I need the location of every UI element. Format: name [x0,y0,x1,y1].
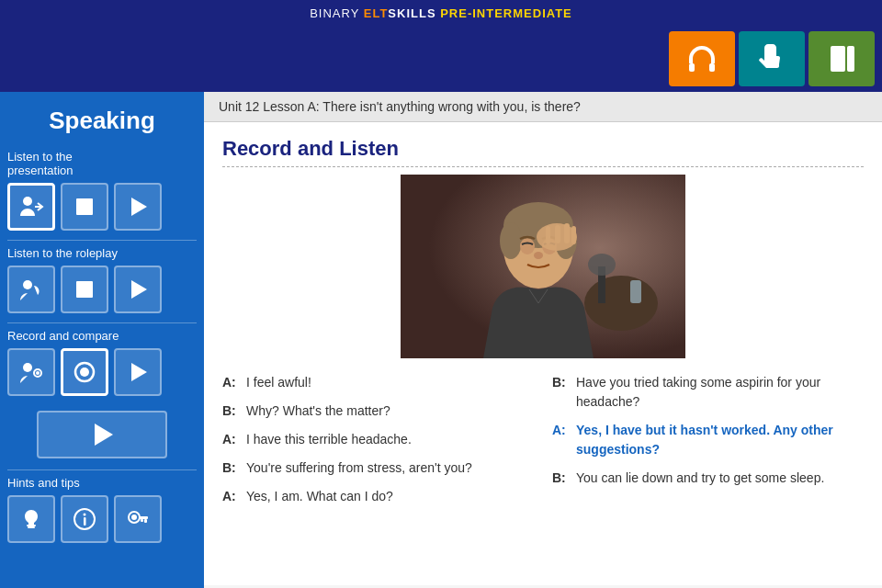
svg-point-32 [584,276,658,331]
speaker-RA1: A: [552,421,572,440]
svg-point-38 [500,222,522,259]
dialog-line-R1: B: Have you tried taking some aspirin fo… [552,373,864,412]
svg-point-6 [23,197,32,206]
play-button-3[interactable] [114,348,162,396]
speaker-RB2: B: [552,469,572,488]
stop-button-2[interactable] [61,266,108,313]
speaker-RB1: B: [552,373,572,392]
section-1-icons [7,183,197,231]
dialog-right: B: Have you tried taking some aspirin fo… [552,373,864,515]
image-container [222,175,864,358]
main-layout: Speaking Listen to thepresentation [0,92,882,588]
text-RA1: Yes, I have but it hasn't worked. Any ot… [576,421,864,459]
headphones-button[interactable] [669,31,735,86]
divider-2 [7,322,197,323]
text-B1: Why? What's the matter? [246,401,390,421]
record-circle-button[interactable] [61,348,108,396]
sidebar: Speaking Listen to thepresentation [0,92,204,588]
speaker-A1: A: [222,373,243,392]
svg-rect-3 [847,46,854,72]
section-2-icons [7,266,197,313]
hints-label: Hints and tips [7,476,197,490]
hints-icons [7,495,197,543]
svg-point-13 [23,363,32,372]
section-label-3: Record and compare [7,329,197,343]
speaker-A2: A: [222,430,243,449]
lightbulb-button[interactable] [7,495,55,543]
svg-rect-47 [546,226,550,244]
svg-rect-8 [76,198,93,215]
text-RB1: Have you tried taking some aspirin for y… [576,373,864,412]
book-button[interactable] [808,31,875,86]
play-button-1[interactable] [114,183,162,231]
section-label-2: Listen to the roleplay [7,246,197,260]
header [0,26,882,92]
svg-marker-12 [131,280,147,299]
svg-rect-28 [144,519,147,523]
stop-button-1[interactable] [61,183,108,231]
top-bar: BINARY ELTSKILLS PRE-INTERMEDIATE [0,0,882,26]
record-person-button[interactable] [7,348,55,396]
divider-1 [7,240,197,241]
touch-button[interactable] [739,31,805,86]
divider-3 [7,469,197,470]
app-title: BINARY ELTSKILLS PRE-INTERMEDIATE [310,6,572,20]
dialog-line-4: B: You're suffering from stress, aren't … [222,458,534,478]
svg-rect-21 [28,526,35,528]
svg-rect-29 [141,519,143,522]
dialog-left: A: I feel awful! B: Why? What's the matt… [222,373,534,515]
breadcrumb: Unit 12 Lesson A: There isn't anything w… [204,92,882,122]
svg-rect-0 [689,63,695,72]
svg-rect-11 [76,281,93,298]
dialog-line-1: A: I feel awful! [222,373,534,392]
svg-marker-18 [131,363,147,381]
lesson-image [401,175,685,358]
text-RB2: You can lie down and try to get some sle… [576,469,824,488]
svg-point-40 [520,238,535,254]
svg-rect-35 [630,280,641,303]
headset-person-button[interactable] [7,266,55,313]
content-area: Unit 12 Lesson A: There isn't anything w… [204,92,882,588]
dialog-line-5: A: Yes, I am. What can I do? [222,487,534,506]
svg-rect-23 [84,517,86,526]
speaker-person-button[interactable] [7,183,55,231]
play-button-2[interactable] [114,266,162,313]
speaker-A3: A: [222,487,243,506]
svg-marker-19 [95,424,113,446]
svg-rect-20 [27,525,36,526]
dialog-line-R2: A: Yes, I have but it hasn't worked. Any… [552,421,864,459]
svg-rect-45 [564,223,570,243]
book-icon [825,42,858,75]
content-title: Record and Listen [222,137,864,167]
svg-point-34 [588,254,616,276]
svg-rect-1 [709,63,715,72]
svg-rect-27 [139,516,148,519]
large-play-button[interactable] [37,411,167,458]
svg-rect-2 [831,46,845,72]
svg-point-42 [534,252,543,259]
svg-point-26 [131,514,137,520]
touch-icon [755,42,788,75]
svg-point-10 [23,280,32,289]
speaker-B2: B: [222,458,243,478]
svg-marker-9 [131,198,147,216]
section-3-icons [7,348,197,396]
section-label-1: Listen to thepresentation [7,150,197,177]
svg-point-15 [36,371,40,375]
svg-point-24 [84,514,86,516]
dialog-line-2: B: Why? What's the matter? [222,401,534,421]
svg-rect-44 [555,225,560,243]
dialog-line-3: A: I have this terrible headache. [222,430,534,449]
headphones-icon [685,42,718,75]
sidebar-title: Speaking [7,99,197,146]
svg-point-17 [80,368,89,377]
dialog-container: A: I feel awful! B: Why? What's the matt… [222,373,864,515]
text-A3: Yes, I am. What can I do? [246,487,393,506]
text-B2: You're suffering from stress, aren't you… [246,458,472,478]
content-body: Record and Listen [204,122,882,585]
key-button[interactable] [114,495,162,543]
text-A2: I have this terrible headache. [246,430,412,449]
info-button[interactable] [61,495,108,543]
dialog-line-R3: B: You can lie down and try to get some … [552,469,864,488]
speaker-B1: B: [222,401,243,421]
